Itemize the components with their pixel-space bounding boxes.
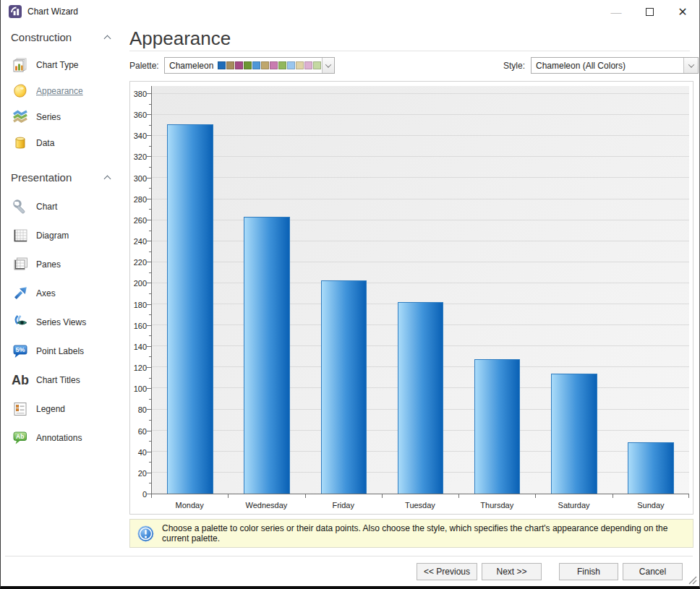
appearance-toolbar: Palette: Chameleon Style: Chameleon (All… xyxy=(129,57,690,74)
y-axis-tick-label: 100 xyxy=(134,384,147,393)
minimize-button[interactable]: — xyxy=(599,0,633,23)
y-axis-tick-label: 40 xyxy=(138,448,147,457)
x-axis-tick xyxy=(305,494,306,498)
palette-swatch xyxy=(304,61,312,69)
y-axis-tick-label: 120 xyxy=(134,364,147,372)
chart-bar xyxy=(398,302,444,494)
x-axis-category-label: Sunday xyxy=(612,501,689,510)
palette-swatch xyxy=(270,61,278,69)
palette-swatch xyxy=(235,61,243,69)
panes-icon xyxy=(10,255,30,274)
sidebar-item-chart-type[interactable]: Chart Type xyxy=(1,52,122,78)
palette-swatch xyxy=(226,61,234,69)
y-axis-tick-label: 300 xyxy=(134,174,147,183)
sidebar-item-legend[interactable]: Legend xyxy=(1,395,122,424)
info-text: Choose a palette to color series or thei… xyxy=(162,523,693,543)
section-construction-label: Construction xyxy=(11,31,72,43)
x-axis-ticks xyxy=(151,494,689,498)
sidebar-item-label: Axes xyxy=(36,288,56,298)
palette-label: Palette: xyxy=(129,61,159,71)
sidebar-item-label: Annotations xyxy=(36,433,82,443)
sidebar-item-label: Chart Type xyxy=(36,60,78,70)
y-axis-tick-label: 180 xyxy=(134,301,147,309)
cancel-button[interactable]: Cancel xyxy=(623,563,683,580)
sidebar-item-point-labels[interactable]: 5% Point Labels xyxy=(1,337,122,366)
chevron-up-icon xyxy=(104,35,111,43)
info-bar: Choose a palette to color series or thei… xyxy=(129,519,693,548)
x-axis-tick xyxy=(228,494,229,498)
y-axis-tick-label: 320 xyxy=(134,152,147,161)
next-button[interactable]: Next >> xyxy=(482,563,542,580)
y-axis-tick-label: 340 xyxy=(134,132,147,140)
y-axis-tick-label: 20 xyxy=(138,469,147,478)
database-icon xyxy=(10,134,30,152)
y-axis-tick-label: 240 xyxy=(134,237,147,246)
sidebar-item-label: Series Views xyxy=(36,317,86,327)
window-title: Chart Wizard xyxy=(27,7,78,17)
y-axis-tick-label: 360 xyxy=(134,111,147,119)
sidebar-item-diagram[interactable]: Diagram xyxy=(1,221,122,250)
gridline xyxy=(152,93,689,94)
sidebar-item-appearance[interactable]: Appearance xyxy=(1,78,122,104)
sidebar-item-axes[interactable]: Axes xyxy=(1,279,122,308)
close-button[interactable]: ✕ xyxy=(666,0,699,23)
sidebar-item-chart[interactable]: Chart xyxy=(1,192,122,221)
sidebar-item-label: Point Labels xyxy=(36,346,84,356)
style-dropdown[interactable]: Chameleon (All Colors) xyxy=(531,57,699,74)
section-presentation[interactable]: Presentation xyxy=(1,163,122,192)
gridline xyxy=(152,199,689,199)
chart-wizard-app-icon xyxy=(9,5,22,18)
palette-dropdown[interactable]: Chameleon xyxy=(164,57,335,74)
gridline xyxy=(152,220,689,220)
chart-titles-icon: Ab xyxy=(10,371,30,390)
wizard-main-area: Appearance Palette: Chameleon Style: Cha… xyxy=(122,23,699,586)
style-label: Style: xyxy=(503,61,525,71)
palette-swatch xyxy=(278,61,286,69)
sidebar-item-label: Chart Titles xyxy=(36,375,80,385)
chevron-down-icon xyxy=(688,61,693,67)
resize-grip[interactable] xyxy=(687,575,697,585)
sidebar-item-label: Legend xyxy=(36,404,65,414)
wrench-icon xyxy=(10,197,30,216)
sidebar-item-chart-titles[interactable]: Ab Chart Titles xyxy=(1,366,122,395)
gridline xyxy=(152,177,689,178)
maximize-button[interactable] xyxy=(633,0,666,23)
chart-titles-icon-text: Ab xyxy=(12,373,29,387)
sidebar-item-series[interactable]: Series xyxy=(1,104,122,130)
section-gap xyxy=(1,156,122,163)
gridline xyxy=(152,114,689,115)
x-axis-tick xyxy=(612,494,613,498)
sidebar-item-label: Appearance xyxy=(36,86,83,96)
finish-button[interactable]: Finish xyxy=(559,563,618,580)
y-axis-tick-label: 160 xyxy=(134,322,147,330)
annotations-icon: Ab xyxy=(10,429,30,447)
x-axis-tick xyxy=(458,494,459,498)
chart-bar xyxy=(551,374,597,494)
sidebar-item-panes[interactable]: Panes xyxy=(1,250,122,279)
page-title: Appearance xyxy=(129,27,231,50)
legend-icon xyxy=(10,400,30,418)
x-axis-tick xyxy=(688,494,689,498)
chart-bar xyxy=(167,124,213,494)
axes-arrow-icon xyxy=(10,284,30,303)
section-construction[interactable]: Construction xyxy=(1,23,122,52)
y-axis-tick-label: 380 xyxy=(134,90,147,98)
y-axis-tick-label: 60 xyxy=(138,427,147,436)
chevron-up-icon xyxy=(104,176,111,183)
x-axis-category-label: Tuesday xyxy=(382,501,458,510)
sidebar-item-data[interactable]: Data xyxy=(1,130,122,156)
previous-button[interactable]: << Previous xyxy=(417,563,477,580)
section-presentation-label: Presentation xyxy=(11,171,72,184)
x-axis-tick xyxy=(382,494,383,498)
palette-swatch xyxy=(313,61,321,69)
palette-dropdown-button[interactable] xyxy=(322,58,334,73)
series-views-icon xyxy=(10,313,30,332)
footer-divider xyxy=(5,556,693,556)
gridline xyxy=(152,156,689,157)
style-dropdown-button[interactable] xyxy=(683,58,698,73)
heading-divider xyxy=(129,51,690,51)
annotations-icon-text: Ab xyxy=(16,433,24,440)
chevron-down-icon xyxy=(325,61,331,67)
sidebar-item-annotations[interactable]: Ab Annotations xyxy=(1,424,122,452)
sidebar-item-series-views[interactable]: Series Views xyxy=(1,308,122,337)
